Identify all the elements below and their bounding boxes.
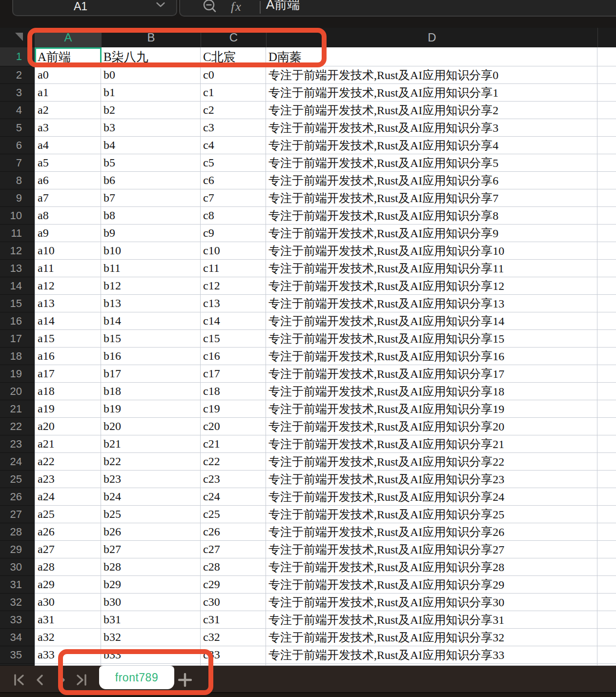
cell-col-b[interactable]: b33 (101, 646, 201, 664)
row-number[interactable]: 33 (0, 611, 35, 629)
cell-col-b[interactable]: b28 (101, 558, 201, 576)
cell-col-a[interactable]: a2 (35, 102, 101, 119)
row-number[interactable]: 4 (0, 102, 35, 119)
cell-col-e[interactable] (597, 225, 616, 242)
cell-col-a[interactable]: a15 (35, 330, 101, 348)
row-number[interactable]: 24 (0, 453, 35, 471)
cell-col-e[interactable] (597, 277, 616, 295)
cell-col-a[interactable]: a25 (35, 506, 101, 523)
cell-col-e[interactable] (597, 418, 616, 435)
function-fx-icon[interactable]: fx (231, 0, 242, 14)
cell-col-e[interactable] (597, 348, 616, 365)
cell-col-e[interactable] (597, 488, 616, 506)
row-number[interactable]: 23 (0, 435, 35, 453)
cell-col-a[interactable]: a27 (35, 541, 101, 558)
cell-col-c[interactable]: c26 (201, 523, 266, 541)
cell-col-e[interactable] (597, 383, 616, 400)
row-number[interactable]: 21 (0, 400, 35, 418)
row-number[interactable]: 5 (0, 119, 35, 137)
cell-col-b[interactable]: b3 (101, 119, 201, 137)
cell-col-d[interactable]: 专注于前端开发技术,Rust及AI应用知识分享2 (266, 102, 597, 119)
cell-col-a[interactable]: a11 (35, 260, 101, 277)
cell-col-a[interactable]: a1 (35, 84, 101, 102)
row-number[interactable]: 17 (0, 330, 35, 348)
cell-col-d[interactable]: 专注于前端开发技术,Rust及AI应用知识分享26 (266, 523, 597, 541)
cell-col-e[interactable] (597, 453, 616, 471)
cell-col-b[interactable]: b8 (101, 207, 201, 225)
cell-col-d[interactable]: 专注于前端开发技术,Rust及AI应用知识分享10 (266, 242, 597, 260)
cell-col-d[interactable]: 专注于前端开发技术,Rust及AI应用知识分享30 (266, 594, 597, 611)
cell-col-b[interactable]: b21 (101, 435, 201, 453)
row-number[interactable]: 27 (0, 506, 35, 523)
cell-col-b[interactable]: b19 (101, 400, 201, 418)
cell-col-a[interactable]: a18 (35, 383, 101, 400)
cell-col-d[interactable]: 专注于前端开发技术,Rust及AI应用知识分享28 (266, 558, 597, 576)
cell-col-d[interactable]: 专注于前端开发技术,Rust及AI应用知识分享16 (266, 348, 597, 365)
cell-col-c[interactable]: c21 (201, 435, 266, 453)
cell-c1[interactable]: C北宸 (201, 47, 266, 66)
cell-col-c[interactable]: c10 (201, 242, 266, 260)
row-number[interactable]: 1 (0, 47, 35, 66)
cell-col-a[interactable]: a30 (35, 594, 101, 611)
row-number[interactable]: 7 (0, 154, 35, 172)
cell-col-d[interactable]: 专注于前端开发技术,Rust及AI应用知识分享19 (266, 400, 597, 418)
cell-col-a[interactable]: a14 (35, 312, 101, 330)
cell-col-d[interactable]: 专注于前端开发技术,Rust及AI应用知识分享17 (266, 365, 597, 383)
cell-col-a[interactable]: a17 (35, 365, 101, 383)
cell-col-a[interactable]: a21 (35, 435, 101, 453)
cell-col-d[interactable]: 专注于前端开发技术,Rust及AI应用知识分享7 (266, 189, 597, 207)
cell-col-c[interactable]: c0 (201, 66, 266, 84)
cell-col-b[interactable]: b12 (101, 277, 201, 295)
cell-col-d[interactable]: 专注于前端开发技术,Rust及AI应用知识分享15 (266, 330, 597, 348)
column-header-e[interactable] (597, 28, 616, 47)
row-number[interactable]: 32 (0, 594, 35, 611)
row-number[interactable]: 22 (0, 418, 35, 435)
cell-col-d[interactable]: 专注于前端开发技术,Rust及AI应用知识分享6 (266, 172, 597, 189)
cell-col-d[interactable]: 专注于前端开发技术,Rust及AI应用知识分享23 (266, 471, 597, 488)
row-number[interactable]: 15 (0, 295, 35, 312)
cell-col-a[interactable]: a19 (35, 400, 101, 418)
cell-col-b[interactable]: b0 (101, 66, 201, 84)
cell-col-b[interactable]: b29 (101, 576, 201, 594)
cell-col-a[interactable]: a24 (35, 488, 101, 506)
cell-col-c[interactable]: c13 (201, 295, 266, 312)
cell-col-b[interactable]: b25 (101, 506, 201, 523)
cell-col-c[interactable]: c33 (201, 646, 266, 664)
cell-col-b[interactable]: b22 (101, 453, 201, 471)
cell-col-a[interactable]: a33 (35, 646, 101, 664)
cell-col-c[interactable]: c17 (201, 365, 266, 383)
cell-col-d[interactable]: 专注于前端开发技术,Rust及AI应用知识分享33 (266, 646, 597, 664)
cell-col-a[interactable]: a3 (35, 119, 101, 137)
cell-col-c[interactable]: c31 (201, 611, 266, 629)
cell-col-a[interactable]: a23 (35, 471, 101, 488)
row-number[interactable]: 18 (0, 348, 35, 365)
cell-col-e[interactable] (597, 189, 616, 207)
cell-col-a[interactable]: a7 (35, 189, 101, 207)
cell-col-c[interactable]: c11 (201, 260, 266, 277)
cell-col-e[interactable] (597, 435, 616, 453)
cell-col-e[interactable] (597, 558, 616, 576)
cell-col-b[interactable]: b7 (101, 189, 201, 207)
cell-col-c[interactable]: c28 (201, 558, 266, 576)
cell-col-a[interactable]: a8 (35, 207, 101, 225)
cell-col-b[interactable]: b14 (101, 312, 201, 330)
cell-col-e[interactable] (597, 576, 616, 594)
sheet-tab-front789[interactable]: front789 (99, 666, 174, 689)
cell-col-e[interactable] (597, 119, 616, 137)
cell-b1[interactable]: B柒八九 (101, 47, 201, 66)
cell-col-c[interactable]: c14 (201, 312, 266, 330)
cell-col-e[interactable] (597, 365, 616, 383)
row-number[interactable]: 12 (0, 242, 35, 260)
cell-col-d[interactable]: 专注于前端开发技术,Rust及AI应用知识分享1 (266, 84, 597, 102)
cell-col-c[interactable]: c8 (201, 207, 266, 225)
cell-col-d[interactable]: 专注于前端开发技术,Rust及AI应用知识分享0 (266, 66, 597, 84)
row-number[interactable]: 28 (0, 523, 35, 541)
row-number[interactable]: 26 (0, 488, 35, 506)
cell-col-e[interactable] (597, 312, 616, 330)
row-number[interactable]: 11 (0, 225, 35, 242)
row-number[interactable]: 8 (0, 172, 35, 189)
cell-col-e[interactable] (597, 400, 616, 418)
cell-col-c[interactable]: c20 (201, 418, 266, 435)
cell-col-a[interactable]: a9 (35, 225, 101, 242)
cell-col-c[interactable]: c6 (201, 172, 266, 189)
